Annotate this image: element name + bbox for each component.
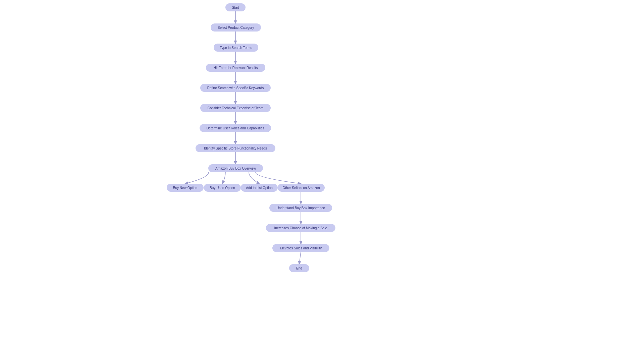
node-buy-used: Buy Used Option bbox=[204, 184, 241, 192]
node-type-search: Type in Search Terms bbox=[214, 44, 258, 52]
arrows-svg bbox=[0, 0, 644, 362]
flowchart: Start Select Product Category Type in Se… bbox=[0, 0, 644, 362]
node-amazon-buybox: Amazon Buy Box Overview bbox=[208, 164, 263, 172]
node-identify-store: Identify Specific Store Functionality Ne… bbox=[196, 144, 275, 152]
node-select-product: Select Product Category bbox=[211, 23, 261, 32]
node-end: End bbox=[289, 264, 309, 272]
node-add-to-list: Add to List Option bbox=[241, 184, 278, 192]
node-start: Start bbox=[225, 3, 246, 11]
node-refine-search: Refine Search with Specific Keywords bbox=[200, 84, 271, 92]
node-determine-user: Determine User Roles and Capabilities bbox=[200, 124, 271, 132]
node-consider-technical: Consider Technical Expertise of Team bbox=[200, 104, 271, 112]
node-hit-enter: Hit Enter for Relevant Results bbox=[206, 64, 265, 72]
node-buy-new: Buy New Option bbox=[167, 184, 204, 192]
node-understand-buybox: Understand Buy Box Importance bbox=[269, 204, 332, 212]
node-other-sellers: Other Sellers on Amazon bbox=[278, 184, 325, 192]
node-increases-chance: Increases Chance of Making a Sale bbox=[266, 224, 335, 232]
svg-line-11 bbox=[299, 252, 301, 264]
node-elevates-sales: Elevates Sales and Visibility bbox=[272, 244, 329, 252]
